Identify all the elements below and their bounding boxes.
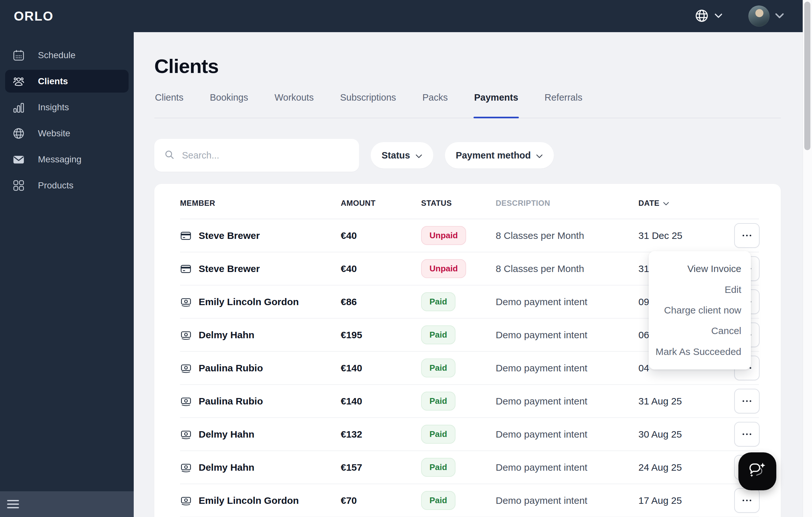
status-badge: Paid [421,292,456,311]
column-header-date[interactable]: DATE [638,199,734,208]
filter-bar: Status Payment method [154,139,781,172]
account-menu-button[interactable] [748,5,784,27]
description-cell: Demo payment intent [496,396,638,407]
search-box [154,139,359,172]
tab-clients[interactable]: Clients [154,92,184,118]
member-cell: Paulina Rubio [180,362,341,374]
sidebar-item-insights[interactable]: Insights [5,96,128,119]
description-cell: Demo payment intent [496,495,638,506]
member-cell: Delmy Hahn [180,429,341,440]
tab-referrals[interactable]: Referrals [544,92,583,118]
column-header-status: STATUS [421,199,496,208]
tab-bookings[interactable]: Bookings [209,92,249,118]
avatar [748,5,770,27]
member-cell: Emily Lincoln Gordon [180,296,341,308]
sidebar-item-label: Messaging [38,154,81,165]
table-row: Steve Brewer €40 Unpaid 8 Classes per Mo… [180,219,759,252]
member-name: Paulina Rubio [199,363,263,374]
brand-logo: ORLO [0,9,54,24]
member-name: Delmy Hahn [199,462,254,473]
date-cell: 30 Aug 25 [638,429,734,440]
cash-icon [180,362,192,374]
sidebar-item-label: Clients [38,76,68,86]
chevron-down-icon [775,13,784,20]
hamburger-menu-button[interactable] [7,500,19,508]
sidebar-footer [0,491,134,517]
member-cell: Steve Brewer [180,230,341,241]
tab-payments[interactable]: Payments [473,92,519,118]
cash-icon [180,495,192,507]
tab-packs[interactable]: Packs [422,92,448,118]
search-icon [164,149,175,162]
column-header-description: DESCRIPTION [496,199,638,208]
scrollbar [803,0,812,517]
description-cell: Demo payment intent [496,462,638,473]
search-input[interactable] [181,150,349,161]
description-cell: Demo payment intent [496,429,638,440]
sidebar-item-schedule[interactable]: Schedule [5,44,128,66]
member-cell: Emily Lincoln Gordon [180,495,341,507]
row-actions-button[interactable] [734,488,760,513]
sidebar-item-website[interactable]: Website [5,122,128,145]
status-badge: Unpaid [421,226,466,245]
member-name: Paulina Rubio [199,396,263,407]
status-badge: Paid [421,458,456,477]
table-row: Delmy Hahn €157 Paid Demo payment intent… [180,451,759,484]
menu-item-cancel[interactable]: Cancel [702,325,751,336]
amount-cell: €195 [341,329,421,341]
cash-icon [180,296,192,308]
date-cell: 17 Aug 25 [638,495,734,506]
amount-cell: €157 [341,462,421,473]
member-cell: Delmy Hahn [180,462,341,473]
status-badge: Unpaid [421,259,466,278]
sidebar-item-label: Website [38,128,70,139]
status-badge: Paid [421,491,456,510]
cash-icon [180,429,192,440]
sidebar-item-label: Schedule [38,50,76,60]
status-badge: Paid [421,425,456,444]
menu-item-charge-client-now[interactable]: Charge client now [655,305,751,316]
sidebar-item-label: Insights [38,102,69,113]
globe-icon [12,127,25,140]
payment-method-filter-button[interactable]: Payment method [445,142,554,169]
chat-fab-button[interactable] [738,452,776,490]
language-button[interactable] [694,8,723,24]
row-actions-button[interactable] [734,422,760,447]
status-badge: Paid [421,358,456,377]
sidebar-nav: Schedule Clients Insights Website Messag… [0,32,134,197]
menu-item-mark-as-succeeded[interactable]: Mark As Succeeded [646,346,751,357]
member-name: Emily Lincoln Gordon [199,495,299,506]
sidebar-item-clients[interactable]: Clients [5,70,128,93]
date-cell: 24 Aug 25 [638,462,734,473]
tab-workouts[interactable]: Workouts [274,92,314,118]
chevron-down-icon [536,150,543,161]
amount-cell: €40 [341,263,421,274]
sidebar: Schedule Clients Insights Website Messag… [0,32,134,517]
sidebar-item-messaging[interactable]: Messaging [5,148,128,171]
amount-cell: €140 [341,363,421,374]
date-cell: 31 Dec 25 [638,230,734,241]
chevron-down-icon [714,13,723,19]
globe-icon [694,8,709,24]
cash-icon [180,462,192,473]
amount-cell: €140 [341,396,421,407]
member-cell: Paulina Rubio [180,396,341,407]
tab-subscriptions[interactable]: Subscriptions [340,92,397,118]
payment-method-filter-label: Payment method [456,150,531,161]
calendar-icon [12,49,25,62]
row-actions-button[interactable] [734,389,760,413]
sidebar-item-products[interactable]: Products [5,174,128,197]
status-filter-button[interactable]: Status [371,142,433,169]
member-name: Emily Lincoln Gordon [199,296,299,307]
amount-cell: €132 [341,429,421,440]
status-cell: Unpaid [421,259,496,278]
description-cell: Demo payment intent [496,363,638,374]
table-row: Delmy Hahn €132 Paid Demo payment intent… [180,418,759,451]
status-cell: Unpaid [421,226,496,245]
scrollbar-thumb[interactable] [804,2,810,150]
row-actions-button[interactable] [734,223,760,248]
menu-item-edit[interactable]: Edit [715,284,751,295]
status-cell: Paid [421,392,496,410]
menu-item-view-invoice[interactable]: View Invoice [678,263,751,274]
column-header-member: MEMBER [180,199,341,208]
